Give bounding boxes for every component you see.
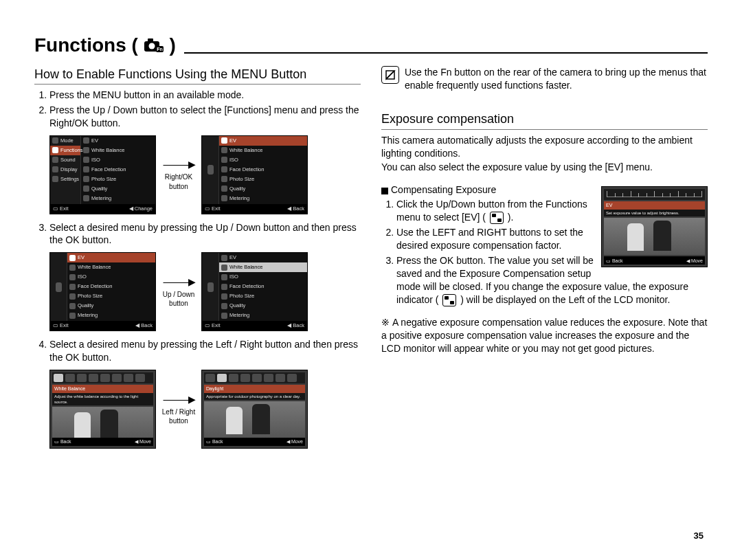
arrow-label-1: ———▶ Right/OK button xyxy=(161,158,196,191)
menu-item: Sound xyxy=(60,157,76,164)
menu-item: Mode xyxy=(60,137,74,144)
reference-mark-icon: ※ xyxy=(381,317,392,328)
footer-move: Move xyxy=(139,439,151,444)
wb-title: White Balance xyxy=(52,385,153,392)
menu-screen-main: Mode Functions Sound Display Settings EV… xyxy=(49,135,156,214)
menu-item: Settings xyxy=(60,176,79,183)
submenu-item: Quality xyxy=(78,302,93,309)
svg-text:Fn: Fn xyxy=(157,47,163,52)
intro-1: This camera automatically adjusts the ex… xyxy=(381,134,708,160)
wb-desc: Appropriate for outdoor photography on a… xyxy=(204,393,305,400)
footer-move: Move xyxy=(291,439,303,444)
submenu-item: Quality xyxy=(229,302,245,309)
menu-item: Display xyxy=(60,166,78,173)
submenu-item: White Balance xyxy=(78,264,111,271)
wb-screen-daylight: Daylight Appropriate for outdoor photogr… xyxy=(201,370,308,449)
manual-page: Functions ( Fn ) How to Enable Functions… xyxy=(0,0,742,560)
tip-note: Use the Fn button on the rear of the cam… xyxy=(381,66,708,92)
arrow-right-icon: ———▶ xyxy=(164,158,194,171)
submenu-item: ISO xyxy=(91,157,100,164)
submenu-item: ISO xyxy=(229,157,238,164)
arrow-right-icon: ———▶ xyxy=(164,393,194,406)
warning-note: ※ A negative exposure compensation value… xyxy=(381,316,708,355)
submenu-item-selected: White Balance xyxy=(229,264,262,271)
square-bullet-icon xyxy=(381,188,388,194)
footer-back: Back xyxy=(293,205,304,212)
compensating-label: Compensating Exposure xyxy=(391,184,496,195)
title-rule xyxy=(184,52,708,54)
svg-rect-1 xyxy=(148,38,153,42)
ev-icon xyxy=(490,212,504,224)
ev-label: EV xyxy=(604,201,705,209)
arrow-caption: Right/OK button xyxy=(161,172,196,191)
step-4: Select a desired menu by pressing the Le… xyxy=(49,338,361,364)
submenu-item-selected: EV xyxy=(78,254,85,261)
columns: How to Enable Functions Using the MENU B… xyxy=(34,66,708,456)
left-steps: Press the MENU button in an available mo… xyxy=(34,89,361,130)
submenu-item: Metering xyxy=(78,312,98,319)
submenu-item: EV xyxy=(91,137,98,144)
submenu-item: ISO xyxy=(229,273,238,280)
submenu-item: Photo Size xyxy=(91,176,116,183)
menu-screen-ev-selected: EV White Balance ISO Face Detection Phot… xyxy=(49,252,156,331)
camera-fn-icon: Fn xyxy=(144,36,164,58)
arrow-caption: Left / Right button xyxy=(161,407,196,426)
submenu-item: ISO xyxy=(78,273,87,280)
submenu-item: Photo Size xyxy=(229,176,254,183)
title-bar: Functions ( Fn ) xyxy=(34,34,708,58)
menu-screen-functions: EV White Balance ISO Face Detection Phot… xyxy=(201,135,308,214)
footer-back: Back xyxy=(212,439,223,444)
step-2: Press the Up / Down button to select the… xyxy=(49,104,361,130)
submenu-item: White Balance xyxy=(91,147,124,154)
submenu-item: EV xyxy=(229,254,236,261)
r-step-3b: ) will be displayed on the Left of the L… xyxy=(460,294,670,305)
left-steps-3: Select a desired menu by pressing the Up… xyxy=(34,221,361,247)
svg-line-5 xyxy=(387,71,394,78)
wb-desc: Adjust the white balance according to th… xyxy=(52,393,153,405)
submenu-item: Face Detection xyxy=(78,283,112,290)
note-icon xyxy=(381,66,399,84)
warning-text: A negative exposure compensation value r… xyxy=(381,317,707,354)
left-heading: How to Enable Functions Using the MENU B… xyxy=(34,66,361,85)
submenu-item: Face Detection xyxy=(229,166,264,173)
menu-screen-wb-selected: EV White Balance ISO Face Detection Phot… xyxy=(201,252,308,331)
footer-back: Back xyxy=(293,322,304,328)
footer-exit: Exit xyxy=(212,205,221,212)
right-column: Use the Fn button on the rear of the cam… xyxy=(381,66,708,456)
footer-back: Back xyxy=(612,258,623,263)
footer-exit: Exit xyxy=(60,205,69,212)
wb-screen-auto: White Balance Adjust the white balance a… xyxy=(49,370,156,449)
left-steps-4: Select a desired menu by pressing the Le… xyxy=(34,338,361,364)
step-1: Press the MENU button in an available mo… xyxy=(49,89,361,102)
title-text: Functions ( xyxy=(34,34,138,56)
ev-icon xyxy=(442,294,456,306)
arrow-label-2: ———▶ Up / Down button xyxy=(161,276,196,309)
submenu-item: Metering xyxy=(91,195,111,202)
footer-exit: Exit xyxy=(212,322,221,328)
submenu-item: Face Detection xyxy=(91,166,126,173)
page-number: 35 xyxy=(694,530,704,541)
left-column: How to Enable Functions Using the MENU B… xyxy=(34,66,361,456)
ev-screen: EV Set exposure value to adjust brightne… xyxy=(601,186,708,267)
footer-change: Change xyxy=(135,205,153,212)
submenu-item: Photo Size xyxy=(229,293,254,300)
wb-preview-image xyxy=(204,401,305,438)
ev-preview-image xyxy=(604,218,705,255)
footer-back: Back xyxy=(141,322,153,328)
r-step-1b: ). xyxy=(508,212,514,223)
footer-exit: Exit xyxy=(60,322,69,328)
submenu-item: Metering xyxy=(229,312,249,319)
submenu-item: Quality xyxy=(91,186,107,192)
submenu-item: White Balance xyxy=(229,147,262,154)
wb-title: Daylight xyxy=(204,385,305,392)
footer-move: Move xyxy=(691,258,703,263)
menu-item-selected: Functions xyxy=(60,147,83,154)
figure-row-1: Mode Functions Sound Display Settings EV… xyxy=(49,135,361,214)
figure-row-3: White Balance Adjust the white balance a… xyxy=(49,370,361,449)
title-close: ) xyxy=(169,34,175,56)
submenu-item: Metering xyxy=(229,195,249,202)
step-3: Select a desired menu by pressing the Up… xyxy=(49,221,361,247)
ev-scale xyxy=(604,189,705,200)
submenu-item-selected: EV xyxy=(229,137,236,144)
arrow-label-3: ———▶ Left / Right button xyxy=(161,393,196,426)
